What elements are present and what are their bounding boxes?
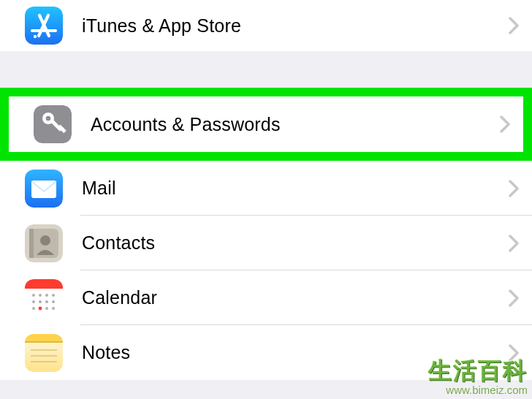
svg-point-29 — [32, 307, 35, 310]
svg-point-4 — [34, 35, 37, 38]
svg-point-28 — [52, 300, 55, 303]
row-label: Calendar — [82, 287, 509, 308]
row-calendar[interactable]: Calendar — [0, 270, 532, 325]
svg-point-25 — [32, 300, 35, 303]
app-store-icon — [25, 7, 63, 45]
contacts-icon — [25, 224, 63, 262]
row-label: Accounts & Passwords — [91, 114, 500, 135]
row-label: Notes — [82, 342, 509, 363]
row-contacts[interactable]: Contacts — [0, 216, 532, 270]
svg-point-24 — [52, 294, 55, 297]
section-gap — [0, 51, 532, 88]
svg-point-23 — [45, 294, 48, 297]
svg-point-7 — [46, 116, 51, 121]
row-notes[interactable]: Notes — [0, 325, 532, 380]
highlighted-row-wrap: Accounts & Passwords — [0, 88, 532, 161]
notes-icon — [25, 334, 63, 372]
row-itunes-app-store[interactable]: iTunes & App Store — [0, 0, 532, 51]
key-icon — [34, 105, 72, 143]
chevron-right-icon — [509, 180, 519, 197]
svg-point-22 — [39, 294, 42, 297]
row-label: Contacts — [82, 232, 509, 254]
svg-point-31 — [45, 307, 48, 310]
calendar-icon — [25, 279, 63, 317]
svg-point-26 — [39, 300, 42, 303]
chevron-right-icon — [509, 235, 519, 252]
svg-rect-36 — [25, 341, 63, 343]
chevron-right-icon — [509, 17, 519, 34]
svg-rect-12 — [31, 180, 56, 198]
svg-rect-20 — [25, 285, 63, 289]
watermark-url: www.bimeiz.com — [428, 384, 528, 396]
settings-list: iTunes & App Store Accounts — [0, 0, 532, 380]
svg-rect-15 — [29, 229, 34, 258]
svg-point-16 — [40, 235, 50, 246]
chevron-right-icon — [509, 344, 519, 362]
chevron-right-icon — [509, 289, 519, 307]
svg-point-21 — [32, 294, 35, 297]
svg-point-32 — [52, 307, 55, 310]
row-label: iTunes & App Store — [82, 15, 509, 37]
row-accounts-passwords[interactable]: Accounts & Passwords — [9, 96, 523, 152]
chevron-right-icon — [500, 115, 510, 133]
mail-icon — [25, 170, 63, 208]
svg-point-27 — [45, 300, 48, 303]
row-label: Mail — [82, 178, 509, 199]
row-mail[interactable]: Mail — [0, 161, 532, 216]
svg-point-33 — [39, 306, 42, 310]
